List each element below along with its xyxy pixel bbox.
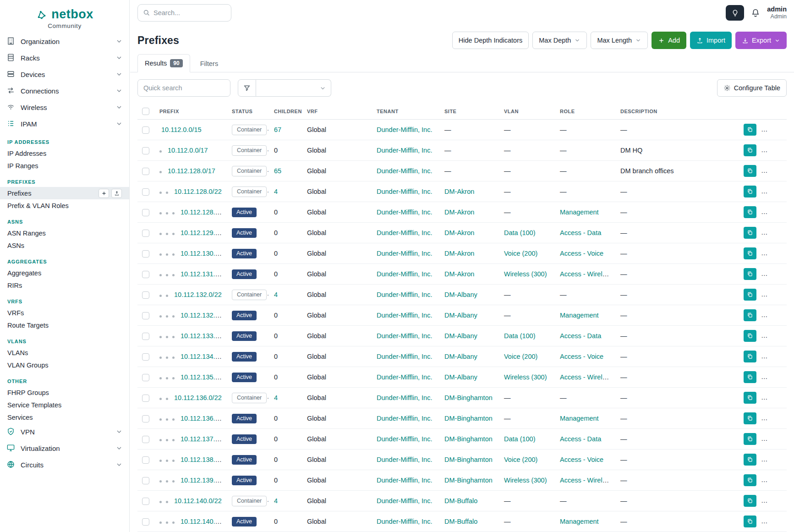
- copy-button[interactable]: [744, 474, 756, 486]
- vlan-link[interactable]: Wireless (300): [504, 373, 547, 381]
- edit-button[interactable]: [761, 247, 783, 259]
- copy-button[interactable]: [744, 330, 756, 342]
- edit-button[interactable]: [761, 516, 783, 527]
- row-checkbox[interactable]: [142, 395, 149, 402]
- sidebar-item-wireless[interactable]: Wireless: [0, 99, 129, 115]
- tenant-link[interactable]: Dunder-Mifflin, Inc.: [377, 250, 432, 257]
- column-header-prefix[interactable]: PREFIX: [155, 104, 227, 120]
- role-link[interactable]: Access - Wireless: [560, 373, 613, 381]
- row-checkbox[interactable]: [142, 209, 149, 216]
- prefix-link[interactable]: 10.112.134.0/24: [181, 353, 227, 360]
- edit-button[interactable]: [761, 124, 783, 136]
- role-link[interactable]: Access - Wireless: [560, 270, 613, 278]
- max-depth-dropdown[interactable]: Max Depth: [532, 32, 587, 49]
- edit-button[interactable]: [761, 309, 783, 321]
- edit-button[interactable]: [761, 433, 783, 445]
- sidebar-item-services[interactable]: Services: [0, 411, 129, 423]
- select-all-checkbox[interactable]: [142, 108, 149, 115]
- tenant-link[interactable]: Dunder-Mifflin, Inc.: [377, 477, 432, 484]
- role-link[interactable]: Access - Voice: [560, 353, 603, 360]
- sidebar-import-prefix-button[interactable]: [111, 189, 122, 198]
- site-link[interactable]: DM-Binghamton: [444, 394, 493, 401]
- tenant-link[interactable]: Dunder-Mifflin, Inc.: [377, 312, 432, 319]
- tenant-link[interactable]: Dunder-Mifflin, Inc.: [377, 188, 432, 195]
- tenant-link[interactable]: Dunder-Mifflin, Inc.: [377, 497, 432, 505]
- edit-button[interactable]: [761, 474, 783, 486]
- site-link[interactable]: DM-Akron: [444, 270, 474, 278]
- copy-button[interactable]: [744, 309, 756, 321]
- copy-button[interactable]: [744, 124, 756, 136]
- column-header-children[interactable]: CHILDREN: [269, 104, 302, 120]
- role-link[interactable]: Access - Data: [560, 332, 601, 340]
- column-header-vlan[interactable]: VLAN: [499, 104, 555, 120]
- children-count-link[interactable]: 4: [274, 497, 278, 505]
- copy-button[interactable]: [744, 206, 756, 218]
- edit-button[interactable]: [761, 289, 783, 301]
- tenant-link[interactable]: Dunder-Mifflin, Inc.: [377, 147, 432, 154]
- sidebar-item-devices[interactable]: Devices: [0, 66, 129, 82]
- copy-button[interactable]: [744, 165, 756, 177]
- role-link[interactable]: Management: [560, 208, 599, 216]
- sidebar-item-fhrp-groups[interactable]: FHRP Groups: [0, 386, 129, 399]
- import-button[interactable]: Import: [690, 32, 732, 49]
- tenant-link[interactable]: Dunder-Mifflin, Inc.: [377, 518, 432, 525]
- notifications-button[interactable]: [750, 8, 761, 18]
- tenant-link[interactable]: Dunder-Mifflin, Inc.: [377, 229, 432, 236]
- tenant-link[interactable]: Dunder-Mifflin, Inc.: [377, 456, 432, 463]
- column-header-tenant[interactable]: TENANT: [372, 104, 440, 120]
- sidebar-item-vlans[interactable]: VLANs: [0, 346, 129, 359]
- children-count-link[interactable]: 4: [274, 291, 278, 298]
- edit-button[interactable]: [761, 412, 783, 424]
- prefix-link[interactable]: 10.112.132.0/28: [181, 312, 227, 319]
- role-link[interactable]: Access - Data: [560, 435, 601, 443]
- edit-button[interactable]: [761, 144, 783, 156]
- vlan-link[interactable]: Wireless (300): [504, 477, 547, 484]
- edit-button[interactable]: [761, 165, 783, 177]
- copy-button[interactable]: [744, 268, 756, 280]
- theme-toggle-button[interactable]: [726, 5, 744, 21]
- prefix-link[interactable]: 10.112.136.0/22: [174, 394, 222, 401]
- site-link[interactable]: DM-Binghamton: [444, 415, 493, 422]
- tenant-link[interactable]: Dunder-Mifflin, Inc.: [377, 291, 432, 298]
- global-search-input[interactable]: [137, 4, 231, 22]
- edit-button[interactable]: [761, 206, 783, 218]
- sidebar-item-aggregates[interactable]: Aggregates: [0, 267, 129, 279]
- vlan-link[interactable]: Data (100): [504, 332, 536, 340]
- sidebar-item-circuits[interactable]: Circuits: [0, 456, 129, 473]
- max-length-dropdown[interactable]: Max Length: [591, 32, 648, 49]
- row-checkbox[interactable]: [142, 168, 149, 175]
- copy-button[interactable]: [744, 227, 756, 239]
- sidebar-item-organization[interactable]: Organization: [0, 33, 129, 49]
- role-link[interactable]: Access - Voice: [560, 250, 603, 257]
- edit-button[interactable]: [761, 186, 783, 197]
- sidebar-item-racks[interactable]: Racks: [0, 49, 129, 66]
- hide-depth-indicators-button[interactable]: Hide Depth Indicators: [452, 32, 529, 49]
- prefix-link[interactable]: 10.112.128.0/17: [168, 167, 215, 175]
- prefix-link[interactable]: 10.112.140.0/28: [181, 518, 227, 525]
- copy-button[interactable]: [744, 144, 756, 156]
- copy-button[interactable]: [744, 412, 756, 424]
- row-checkbox[interactable]: [142, 271, 149, 278]
- column-header-description[interactable]: DESCRIPTION: [616, 104, 739, 120]
- site-link[interactable]: DM-Akron: [444, 188, 474, 195]
- edit-button[interactable]: [761, 330, 783, 342]
- sidebar-item-route-targets[interactable]: Route Targets: [0, 319, 129, 331]
- sidebar-item-asns[interactable]: ASNs: [0, 239, 129, 252]
- sidebar-item-vpn[interactable]: VPN: [0, 423, 129, 440]
- vlan-link[interactable]: Voice (200): [504, 456, 537, 463]
- sidebar-item-connections[interactable]: Connections: [0, 82, 129, 99]
- row-checkbox[interactable]: [142, 230, 149, 237]
- edit-button[interactable]: [761, 371, 783, 383]
- row-checkbox[interactable]: [142, 126, 149, 134]
- role-link[interactable]: Management: [560, 312, 599, 319]
- copy-button[interactable]: [744, 454, 756, 466]
- row-checkbox[interactable]: [142, 353, 149, 361]
- sidebar-item-service-templates[interactable]: Service Templates: [0, 399, 129, 411]
- sidebar-item-ip-addresses[interactable]: IP Addresses: [0, 147, 129, 159]
- edit-button[interactable]: [761, 392, 783, 404]
- vlan-link[interactable]: Voice (200): [504, 353, 537, 360]
- role-link[interactable]: Management: [560, 518, 599, 525]
- copy-button[interactable]: [744, 371, 756, 383]
- tenant-link[interactable]: Dunder-Mifflin, Inc.: [377, 126, 432, 133]
- row-checkbox[interactable]: [142, 291, 149, 299]
